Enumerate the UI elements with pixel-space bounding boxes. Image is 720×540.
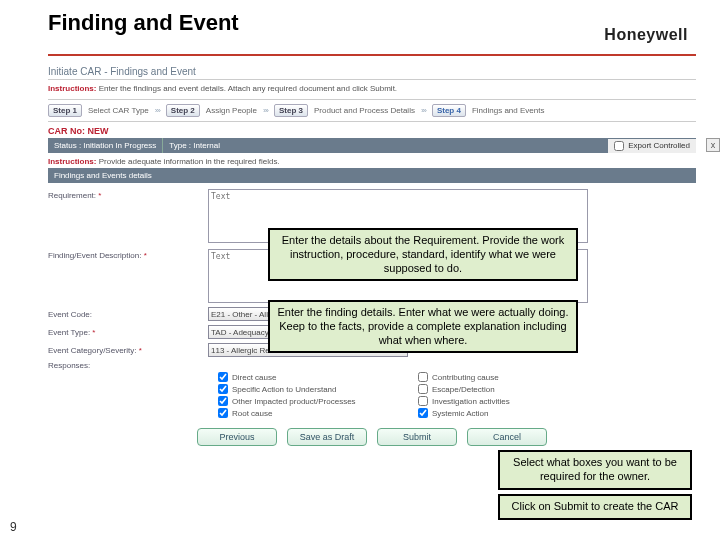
requirement-label-text: Requirement: — [48, 191, 96, 200]
button-bar: Previous Save as Draft Submit Cancel — [48, 428, 696, 446]
sub-instructions-label: Instructions: — [48, 157, 96, 166]
event-cat-label: Event Category/Severity: * — [48, 346, 198, 355]
resp-label: Escape/Detection — [432, 385, 495, 394]
status-bar: Status : Initiation In Progress Type : I… — [48, 138, 696, 153]
cancel-button[interactable]: Cancel — [467, 428, 547, 446]
sub-instructions-text: Provide adequate information in the requ… — [99, 157, 280, 166]
callout-submit: Click on Submit to create the CAR — [498, 494, 692, 520]
page-title: Finding and Event — [48, 10, 239, 36]
export-checkbox[interactable] — [614, 141, 624, 151]
event-code-label: Event Code: — [48, 310, 198, 319]
submit-button[interactable]: Submit — [377, 428, 457, 446]
resp-other-impacted[interactable] — [218, 396, 228, 406]
type-label: Type : — [169, 141, 191, 150]
finding-label-text: Finding/Event Description: — [48, 251, 141, 260]
close-icon[interactable]: x — [706, 138, 720, 152]
export-label: Export Controlled — [628, 141, 690, 150]
resp-contributing-cause[interactable] — [418, 372, 428, 382]
status-value: Initiation In Progress — [83, 141, 156, 150]
chevron-right-icon: ››› — [155, 106, 160, 115]
step-3-text: Product and Process Details — [314, 106, 415, 115]
car-number: CAR No: NEW — [48, 126, 696, 136]
chevron-right-icon: ››› — [263, 106, 268, 115]
chevron-right-icon: ››› — [421, 106, 426, 115]
resp-investigation[interactable] — [418, 396, 428, 406]
status-label: Status : — [54, 141, 81, 150]
resp-label: Contributing cause — [432, 373, 499, 382]
resp-systemic-action[interactable] — [418, 408, 428, 418]
step-4-badge[interactable]: Step 4 — [432, 104, 466, 117]
event-cat-label-text: Event Category/Severity: — [48, 346, 136, 355]
resp-label: Investigation activities — [432, 397, 510, 406]
callout-responses: Select what boxes you want to be require… — [498, 450, 692, 490]
requirement-label: Requirement: * — [48, 189, 198, 200]
instructions-row: Instructions: Enter the findings and eve… — [48, 84, 696, 93]
step-1-badge[interactable]: Step 1 — [48, 104, 82, 117]
step-2-badge[interactable]: Step 2 — [166, 104, 200, 117]
resp-label: Systemic Action — [432, 409, 488, 418]
instructions-label: Instructions: — [48, 84, 96, 93]
event-code-value: E21 - Other - All — [211, 310, 268, 319]
responses-label: Responses: — [48, 361, 696, 370]
resp-escape-detection[interactable] — [418, 384, 428, 394]
divider — [48, 54, 696, 56]
step-2-text: Assign People — [206, 106, 257, 115]
save-draft-button[interactable]: Save as Draft — [287, 428, 367, 446]
export-controlled[interactable]: Export Controlled — [608, 139, 696, 153]
section-header: Findings and Events details — [48, 168, 696, 183]
event-type-label-text: Event Type: — [48, 328, 90, 337]
previous-button[interactable]: Previous — [197, 428, 277, 446]
resp-specific-action[interactable] — [218, 384, 228, 394]
responses-section: Responses: Direct cause Contributing cau… — [48, 361, 696, 418]
brand-logo: Honeywell — [604, 26, 688, 44]
callout-requirement: Enter the details about the Requirement.… — [268, 228, 578, 281]
breadcrumb: Initiate CAR - Findings and Event — [48, 66, 196, 77]
resp-direct-cause[interactable] — [218, 372, 228, 382]
sub-instructions: Instructions: Provide adequate informati… — [48, 157, 696, 166]
finding-label: Finding/Event Description: * — [48, 249, 198, 260]
resp-root-cause[interactable] — [218, 408, 228, 418]
page-number: 9 — [10, 520, 17, 534]
resp-label: Root cause — [232, 409, 272, 418]
instructions-text: Enter the findings and event details. At… — [99, 84, 397, 93]
resp-label: Direct cause — [232, 373, 276, 382]
type-value: Internal — [193, 141, 220, 150]
wizard-steps: Step 1 Select CAR Type ››› Step 2 Assign… — [48, 99, 696, 122]
resp-label: Other Impacted product/Processes — [232, 397, 356, 406]
step-4-text: Findings and Events — [472, 106, 545, 115]
step-1-text: Select CAR Type — [88, 106, 149, 115]
step-3-badge[interactable]: Step 3 — [274, 104, 308, 117]
event-type-label: Event Type: * — [48, 328, 198, 337]
resp-label: Specific Action to Understand — [232, 385, 337, 394]
callout-finding: Enter the finding details. Enter what we… — [268, 300, 578, 353]
